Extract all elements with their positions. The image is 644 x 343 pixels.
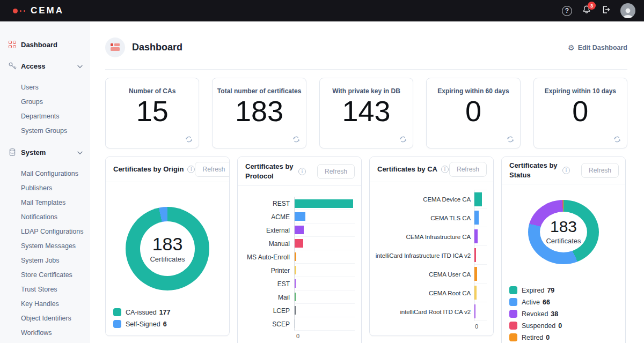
bar-est[interactable] [295,279,296,288]
sidebar-item-workflows[interactable]: Workflows [0,325,90,340]
stat-card-private-key-in-db: With private key in DB 143 [319,78,413,148]
page-header: Dashboard ⚙ Edit Dashboard [105,38,627,57]
donut-center-label: Certificates [546,237,581,245]
sidebar-item-groups[interactable]: Groups [0,94,90,109]
bar-rest[interactable] [295,199,353,208]
bar-mail[interactable] [295,293,296,301]
database-icon [8,148,17,156]
sidebar-item-key-handles[interactable]: Key Handles [0,296,90,311]
main-content: Dashboard ⚙ Edit Dashboard Number of CAs… [90,21,644,343]
bar-ms-auto-enroll[interactable] [295,252,296,261]
help-icon[interactable]: ? [562,6,572,16]
bar-lcep[interactable] [295,306,296,315]
bar-row-acme: ACME [243,210,355,223]
logo-dot-icon [24,10,25,12]
legend-item-suspended[interactable]: Suspended 0 [509,322,618,330]
bar-intellicard-infrastructure[interactable] [474,248,476,262]
bar-cema-user-ca[interactable] [474,267,477,281]
sidebar-item-mail-templates[interactable]: Mail Templates [0,195,90,210]
bar-row-intellicard-root: intelliCard Root ITD CA v2 [375,302,487,321]
logo-dot-icon [13,9,18,13]
chart-card-header: Certificates by CA i Refresh [370,157,493,182]
logout-icon [601,5,611,17]
sidebar-section-system[interactable]: System [0,145,90,159]
refresh-icon[interactable] [507,136,514,143]
protocol-bar-chart: REST ACME External Manual MS Auto-Enroll [238,186,361,339]
sidebar-item-system-jobs[interactable]: System Jobs [0,253,90,267]
refresh-icon[interactable] [292,136,300,143]
bar-acme[interactable] [295,212,305,221]
status-donut-chart[interactable]: 183 Certificates [528,200,599,264]
sidebar-item-users[interactable]: Users [0,80,90,94]
info-icon[interactable]: i [441,166,449,173]
gear-icon: ⚙ [568,43,575,52]
top-app-bar: CEMA ? 3 [0,0,644,21]
sidebar-nav: Dashboard Access Users Groups Department… [0,21,90,343]
bar-printer[interactable] [295,266,296,274]
info-icon[interactable]: i [562,167,570,174]
refresh-button[interactable]: Refresh [581,163,619,178]
bar-scep[interactable] [295,319,295,328]
origin-donut-chart[interactable]: 183 Certificates [126,207,209,290]
bar-intellicard-root[interactable] [474,304,475,318]
legend-item-active[interactable]: Active 66 [509,298,618,306]
sidebar-item-mail-configurations[interactable]: Mail Configurations [0,166,90,181]
bar-cema-tls-ca[interactable] [474,211,479,225]
bar-cema-root-ca[interactable] [474,286,477,300]
x-axis-zero-label: 0 [375,323,487,330]
sidebar-item-publishers[interactable]: Publishers [0,181,90,195]
sidebar-section-access[interactable]: Access [0,59,90,73]
stat-card-expiring-10-days: Expiring within 10 days 0 [533,78,627,148]
bar-row-printer: Printer [243,264,355,277]
sidebar-item-ldap-configurations[interactable]: LDAP Configurations [0,224,90,238]
logout-button[interactable] [601,5,611,17]
donut-center-label: Certificates [150,255,185,263]
refresh-button[interactable]: Refresh [317,164,355,179]
donut-center: 183 Certificates [140,221,195,276]
sidebar-item-store-certificates[interactable]: Store Certificates [0,267,90,282]
stat-value: 0 [427,96,519,126]
bar-external[interactable] [295,226,304,234]
bar-row-cema-root-ca: CEMA Root CA [375,284,487,302]
bar-row-mail: Mail [243,290,355,304]
refresh-icon[interactable] [185,136,193,143]
info-icon[interactable]: i [187,166,195,173]
legend-item-retired[interactable]: Retired 0 [509,333,618,341]
chart-title: Certificates by Origin [113,165,184,174]
origin-legend: CA-issued 177 Self-Signed 6 [106,304,229,335]
legend-item-expired[interactable]: Expired 79 [509,286,618,294]
bar-row-external: External [243,223,355,237]
refresh-button[interactable]: Refresh [449,162,487,177]
chart-card-certificates-by-origin: Certificates by Origin i Refresh 183 Cer… [105,156,230,336]
status-legend: Expired 79 Active 66 Revoked 38 Suspende… [502,282,625,343]
refresh-icon[interactable] [399,136,407,143]
notifications-button[interactable]: 3 [582,5,591,17]
legend-item-ca-issued[interactable]: CA-issued 177 [113,308,222,316]
sidebar-item-system-messages[interactable]: System Messages [0,238,90,253]
brand-logo[interactable]: CEMA [13,5,64,16]
sidebar-item-system-groups[interactable]: System Groups [0,123,90,138]
stat-label: Expiring within 10 days [534,87,627,95]
info-icon[interactable]: i [298,168,306,175]
sidebar-item-departments[interactable]: Departments [0,109,90,123]
user-avatar[interactable] [620,3,635,18]
sidebar-item-notifications[interactable]: Notifications [0,210,90,224]
header-divider [105,69,627,70]
brand-name: CEMA [31,5,64,16]
legend-item-self-signed[interactable]: Self-Signed 6 [113,320,222,328]
bar-cema-device-ca[interactable] [474,192,482,206]
chevron-down-icon [77,147,83,157]
sidebar-item-trust-stores[interactable]: Trust Stores [0,282,90,296]
bar-manual[interactable] [295,239,303,248]
sidebar-item-dashboard[interactable]: Dashboard [0,38,90,51]
refresh-icon[interactable] [613,136,621,143]
legend-item-revoked[interactable]: Revoked 38 [509,310,618,318]
chart-card-certificates-by-protocol: Certificates by Protocol i Refresh REST … [237,156,362,343]
bar-cema-infrastructure-ca[interactable] [474,229,478,243]
edit-dashboard-button[interactable]: ⚙ Edit Dashboard [568,43,627,52]
refresh-button[interactable]: Refresh [195,162,230,177]
bar-row-ms-auto-enroll: MS Auto-Enroll [243,250,355,264]
legend-swatch [509,310,517,318]
bar-row-lcep: LCEP [243,304,355,317]
sidebar-item-object-identifiers[interactable]: Object Identifiers [0,311,90,325]
